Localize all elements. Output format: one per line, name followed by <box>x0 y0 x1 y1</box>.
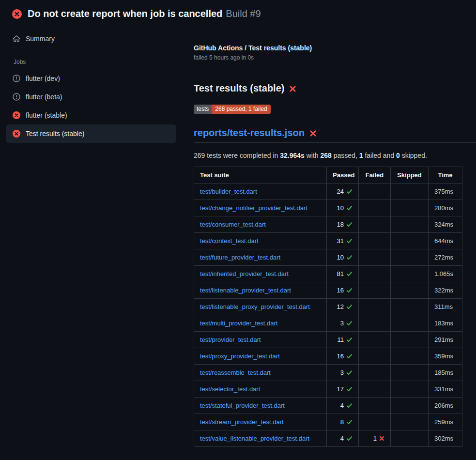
time-cell: 644ms <box>429 233 462 249</box>
test-suite-link[interactable]: test/inherited_provider_test.dart <box>200 270 289 277</box>
table-row: test/consumer_test.dart 18 <box>194 216 462 233</box>
divider <box>194 70 476 70</box>
col-header-passed: Passed <box>327 167 359 184</box>
test-results-table: Test suite Passed Failed Skipped Time te… <box>194 167 462 447</box>
failed-cell <box>359 332 391 348</box>
passed-cell: 10 <box>327 200 359 216</box>
report-file-link[interactable]: reports/test-results.json <box>194 127 305 138</box>
test-suite-link[interactable]: test/provider_test.dart <box>200 336 261 343</box>
time-cell: 206ms <box>429 398 462 414</box>
job-label: flutter (dev) <box>26 75 60 82</box>
failed-cell <box>359 249 391 266</box>
job-label: Test results (stable) <box>26 130 84 138</box>
test-suite-link[interactable]: test/multi_provider_test.dart <box>200 320 277 327</box>
check-icon <box>346 337 353 343</box>
table-row: test/selector_test.dart 17 <box>194 381 462 398</box>
passed-cell: 3 <box>327 315 359 332</box>
sidebar-item-test-results-stable[interactable]: Test results (stable) <box>6 124 176 143</box>
test-suite-link[interactable]: test/proxy_provider_test.dart <box>200 353 280 360</box>
check-icon <box>346 435 353 442</box>
table-row: test/context_test.dart 31 <box>194 233 462 249</box>
test-suite-link[interactable]: test/listenable_provider_test.dart <box>200 287 291 294</box>
run-failed-status-icon <box>12 9 22 19</box>
time-cell: 291ms <box>429 332 462 348</box>
run-title: Do not create report when job is cancell… <box>28 8 261 19</box>
main-content: GitHub Actions / Test results (stable) f… <box>182 26 476 447</box>
check-icon <box>346 402 353 409</box>
skipped-cell <box>391 332 429 348</box>
skipped-cell <box>391 315 429 332</box>
sidebar-item-flutter-stable[interactable]: flutter (stable) <box>6 106 176 124</box>
cancelled-icon <box>13 93 20 101</box>
skipped-cell <box>391 266 429 282</box>
failed-cell <box>359 216 391 233</box>
test-suite-link[interactable]: test/builder_test.dart <box>200 188 257 195</box>
failed-cell <box>359 381 391 398</box>
failed-cell <box>359 184 391 200</box>
badge-label: tests <box>194 105 212 114</box>
jobs-list: flutter (dev) flutter (beta) <box>6 69 176 143</box>
test-suite-link[interactable]: test/listenable_proxy_provider_test.dart <box>200 303 310 310</box>
time-cell: 185ms <box>429 365 462 381</box>
run-status-line: failed 5 hours ago in 0s <box>194 54 476 61</box>
test-suite-link[interactable]: test/consumer_test.dart <box>200 221 266 228</box>
summary-text: skipped. <box>400 152 427 159</box>
test-suite-link[interactable]: test/stateful_provider_test.dart <box>200 402 285 409</box>
results-table-body: test/builder_test.dart 24 <box>194 184 462 447</box>
skipped-cell <box>391 233 429 249</box>
check-icon <box>346 287 353 293</box>
check-icon <box>346 353 353 359</box>
job-label: flutter (stable) <box>26 111 67 119</box>
table-row: test/provider_test.dart 11 <box>194 332 462 348</box>
skipped-cell <box>391 430 429 447</box>
time-cell: 324ms <box>429 216 462 233</box>
col-header-test-suite: Test suite <box>194 167 327 184</box>
skipped-cell <box>391 348 429 365</box>
passed-cell: 12 <box>327 299 359 315</box>
test-suite-link[interactable]: test/reassemble_test.dart <box>200 369 271 376</box>
test-suite-link[interactable]: test/future_provider_test.dart <box>200 254 280 261</box>
check-icon <box>346 205 353 211</box>
sidebar-item-summary[interactable]: Summary <box>6 30 176 48</box>
table-row: test/stream_provider_test.dart 8 <box>194 414 462 430</box>
passed-cell: 11 <box>327 332 359 348</box>
passed-cell: 16 <box>327 282 359 299</box>
test-suite-link[interactable]: test/change_notifier_provider_test.dart <box>200 204 307 212</box>
check-icon <box>346 271 353 277</box>
failed-cell <box>359 414 391 430</box>
passed-cell: 31 <box>327 233 359 249</box>
skipped-cell <box>391 184 429 200</box>
failed-cell <box>359 348 391 365</box>
table-row: test/reassemble_test.dart 3 <box>194 365 462 381</box>
table-row: test/builder_test.dart 24 <box>194 184 462 200</box>
section-heading: Test results (stable) <box>194 83 476 94</box>
col-header-skipped: Skipped <box>391 167 429 184</box>
page-layout: Summary Jobs flutter (dev) <box>0 26 476 447</box>
passed-cell: 16 <box>327 348 359 365</box>
failed-cell: 1 <box>359 430 391 447</box>
table-row: test/change_notifier_provider_test.dart … <box>194 200 462 216</box>
table-row: test/inherited_provider_test.dart 81 <box>194 266 462 282</box>
sidebar-item-flutter-beta[interactable]: flutter (beta) <box>6 88 176 106</box>
test-suite-link[interactable]: test/selector_test.dart <box>200 385 260 393</box>
run-title-text: Do not create report when job is cancell… <box>28 8 222 19</box>
table-row: test/future_provider_test.dart 10 <box>194 249 462 266</box>
table-row: test/proxy_provider_test.dart 16 <box>194 348 462 365</box>
summary-text: with <box>305 152 321 159</box>
col-header-failed: Failed <box>359 167 391 184</box>
failed-icon <box>13 130 20 138</box>
time-cell: 311ms <box>429 299 462 315</box>
table-row: test/listenable_proxy_provider_test.dart… <box>194 299 462 315</box>
check-icon <box>346 188 353 195</box>
passed-cell: 24 <box>327 184 359 200</box>
test-suite-link[interactable]: test/stream_provider_test.dart <box>200 418 284 426</box>
sidebar-item-flutter-dev[interactable]: flutter (dev) <box>6 69 176 88</box>
sidebar: Summary Jobs flutter (dev) <box>0 26 182 143</box>
check-icon <box>346 304 353 310</box>
test-suite-link[interactable]: test/value_listenable_provider_test.dart <box>200 435 309 442</box>
failed-cell <box>359 200 391 216</box>
table-row: test/listenable_provider_test.dart 16 <box>194 282 462 299</box>
time-cell: 183ms <box>429 315 462 332</box>
test-suite-link[interactable]: test/context_test.dart <box>200 237 259 245</box>
skipped-cell <box>391 299 429 315</box>
